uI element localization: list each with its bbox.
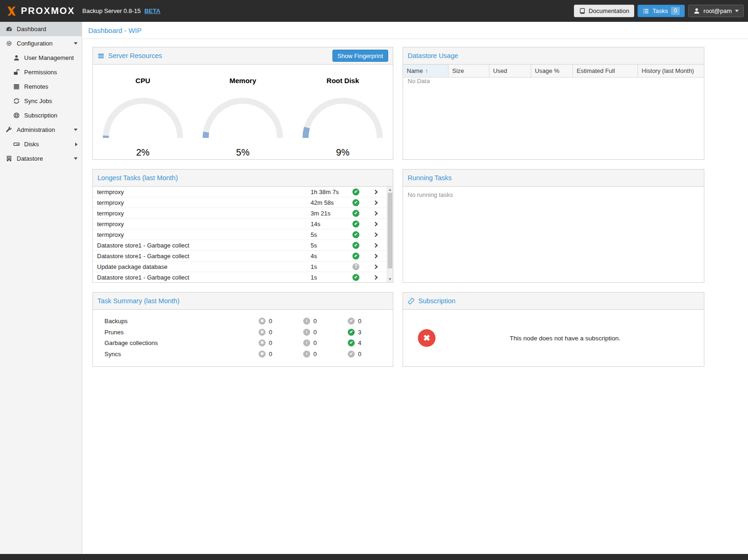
count-value: 0 (313, 351, 317, 358)
sidebar-item-user-management[interactable]: User Management (0, 51, 82, 65)
task-row[interactable]: Datastore store1 - Garbage collect4s✔ (93, 251, 393, 261)
sidebar-item-datastore[interactable]: Datastore (0, 151, 82, 166)
task-row[interactable]: termproxy14s✔ (93, 219, 393, 229)
panel-title: Longest Tasks (last Month) (98, 174, 178, 182)
column-header-size[interactable]: Size (449, 65, 489, 77)
chevron-down-icon (735, 10, 739, 12)
sidebar-item-label: Administration (17, 126, 55, 133)
warning-count[interactable]: !0 (303, 339, 348, 346)
panel-header: Task Summary (last Month) (93, 293, 393, 310)
beta-link[interactable]: BETA (144, 7, 160, 14)
task-row[interactable]: Datastore store1 - Garbage collect1s✔ (93, 272, 393, 282)
task-row[interactable]: Datastore store1 - Garbage collect5s✔ (93, 240, 393, 251)
open-task-button[interactable] (366, 190, 384, 194)
open-task-button[interactable] (366, 254, 384, 258)
sidebar-item-dashboard[interactable]: Dashboard (0, 22, 82, 36)
task-row[interactable]: termproxy42m 58s✔ (93, 197, 393, 208)
task-name: termproxy (97, 189, 311, 195)
ok-count[interactable]: ✔3 (348, 329, 392, 336)
scrollbar[interactable] (387, 187, 393, 282)
ok-count[interactable]: ✔0 (348, 351, 392, 358)
server-resources-panel: Server Resources Show Fingerprint CPU2%M… (92, 47, 393, 160)
task-name: termproxy (97, 210, 311, 217)
empty-text: No running tasks (403, 187, 704, 203)
error-count[interactable]: ✖0 (259, 339, 303, 346)
gauge-label: CPU (93, 77, 193, 85)
user-menu-button[interactable]: root@pam (688, 5, 744, 17)
sidebar-item-administration[interactable]: Administration (0, 123, 82, 137)
sidebar-item-remotes[interactable]: Remotes (0, 79, 82, 94)
panel-title: Task Summary (last Month) (98, 297, 179, 305)
open-task-button[interactable] (366, 233, 384, 236)
warning-icon: ! (303, 329, 310, 336)
ok-count[interactable]: ✔0 (348, 318, 392, 325)
ticket-icon (408, 298, 415, 305)
task-rows: termproxy1h 38m 7s✔termproxy42m 58s✔term… (93, 187, 393, 282)
gauge-arc (199, 94, 287, 140)
summary-row-syncs: Syncs✖0!0✔0 (104, 349, 393, 360)
error-count[interactable]: ✖0 (259, 329, 303, 336)
sidebar-item-configuration[interactable]: Configuration (0, 36, 82, 51)
book-icon (579, 8, 585, 14)
chevron-down-icon[interactable] (74, 42, 78, 45)
documentation-button[interactable]: Documentation (574, 5, 634, 17)
error-count[interactable]: ✖0 (259, 318, 303, 325)
open-task-button[interactable] (366, 222, 384, 226)
sidebar-item-sync-jobs[interactable]: Sync Jobs (0, 94, 82, 108)
scrollbar-thumb[interactable] (388, 193, 392, 268)
chevron-right-icon[interactable] (75, 143, 78, 146)
summary-label: Syncs (104, 351, 259, 358)
task-status: ✔ (352, 221, 366, 228)
task-duration: 1s (311, 274, 352, 281)
warning-count[interactable]: !0 (303, 351, 348, 358)
chevron-down-icon[interactable] (74, 129, 78, 131)
panel-header: Longest Tasks (last Month) (93, 169, 393, 187)
count-value: 0 (269, 329, 272, 336)
sidebar-item-disks[interactable]: Disks (0, 137, 82, 151)
user-icon (13, 54, 20, 61)
chevron-down-icon[interactable] (74, 157, 78, 160)
summary-label: Backups (104, 318, 259, 325)
warning-count[interactable]: !0 (303, 318, 348, 325)
sidebar-item-subscription[interactable]: Subscription (0, 108, 82, 123)
open-task-button[interactable] (366, 244, 384, 247)
subscription-message: This node does not have a subscription. (436, 335, 695, 342)
ok-status-icon: ✔ (352, 242, 359, 249)
task-row[interactable]: Update package database1s? (93, 261, 393, 272)
documentation-label: Documentation (589, 7, 629, 14)
open-task-button[interactable] (366, 212, 384, 215)
count-value: 3 (358, 329, 361, 336)
count-value: 0 (269, 351, 272, 358)
ok-count[interactable]: ✔4 (348, 339, 392, 346)
chevron-right-icon (373, 200, 377, 205)
column-header-usage[interactable]: Usage % (531, 65, 573, 77)
tasks-button[interactable]: Tasks 0 (637, 5, 685, 17)
show-fingerprint-button[interactable]: Show Fingerprint (332, 50, 388, 62)
error-count[interactable]: ✖0 (259, 351, 303, 358)
sidebar-item-permissions[interactable]: Permissions (0, 65, 82, 79)
chevron-right-icon (373, 211, 377, 215)
open-task-button[interactable] (366, 265, 384, 268)
unlock-icon (13, 69, 20, 76)
summary-label: Prunes (104, 329, 259, 336)
open-task-button[interactable] (366, 276, 384, 279)
gauge-arc (99, 94, 187, 140)
warning-count[interactable]: !0 (303, 329, 348, 336)
user-icon (693, 7, 700, 14)
user-label: root@pam (703, 7, 732, 14)
open-task-button[interactable] (366, 201, 384, 204)
dashboard-content: Server Resources Show Fingerprint CPU2%M… (82, 39, 748, 376)
task-row[interactable]: termproxy3m 21s✔ (93, 208, 393, 219)
chevron-right-icon (373, 243, 377, 247)
column-label: Estimated Full (577, 67, 615, 74)
column-header-history-last-month[interactable]: History (last Month) (638, 65, 704, 77)
column-header-used[interactable]: Used (489, 65, 531, 77)
task-row[interactable]: termproxy1h 38m 7s✔ (93, 187, 393, 197)
ok-status-icon: ✔ (352, 199, 359, 206)
column-header-estimated-full[interactable]: Estimated Full (573, 65, 638, 77)
scrollbar-down-arrow[interactable] (387, 276, 393, 282)
scrollbar-up-arrow[interactable] (387, 187, 393, 193)
datastore-usage-panel: Datastore Usage Name↑SizeUsedUsage %Esti… (403, 47, 704, 160)
task-row[interactable]: termproxy5s✔ (93, 229, 393, 240)
ok-status-icon: ✔ (352, 189, 359, 195)
